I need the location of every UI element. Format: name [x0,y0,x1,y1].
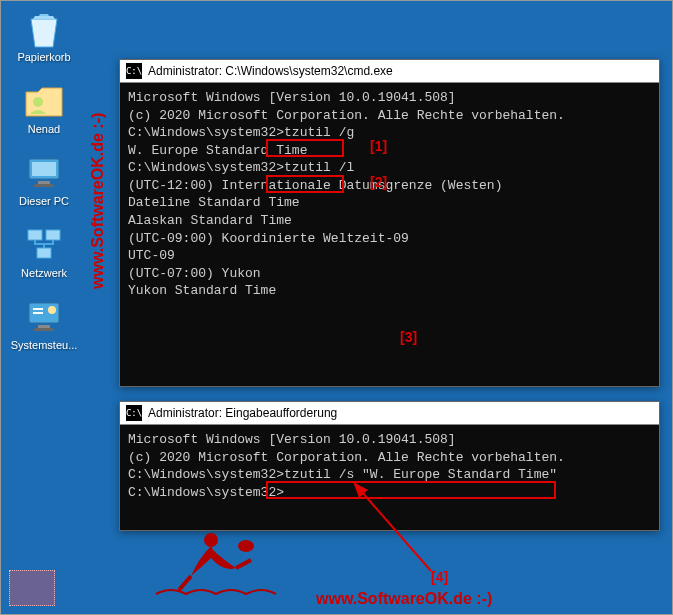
desktop-icon-this-pc[interactable]: Dieser PC [5,153,83,207]
watermark-left: www.SoftwareOK.de :-) [89,113,107,289]
desktop-icon-recycle-bin[interactable]: Papierkorb [5,9,83,63]
prompt-line: C:\Windows\system32> [128,484,651,502]
output-line: Microsoft Windows [Version 10.0.19041.50… [128,89,651,107]
output-line: (UTC-12:00) Internationale Datumsgrenze … [128,177,651,195]
desktop-icon-user-folder[interactable]: Nenad [5,81,83,135]
output-line: (c) 2020 Microsoft Corporation. Alle Rec… [128,449,651,467]
desktop-selection-rect [9,570,55,606]
svg-point-15 [204,533,218,547]
window-title: Administrator: C:\Windows\system32\cmd.e… [148,63,393,79]
output-line: Microsoft Windows [Version 10.0.19041.50… [128,431,651,449]
svg-rect-3 [38,181,50,184]
prompt-line: C:\Windows\system32>tzutil /g [128,124,651,142]
svg-rect-10 [33,308,43,310]
svg-rect-2 [32,162,56,176]
svg-point-9 [48,306,56,314]
output-line: (UTC-07:00) Yukon [128,265,651,283]
output-line: Yukon Standard Time [128,282,651,300]
window-title: Administrator: Eingabeaufforderung [148,405,337,421]
annotation-2: [2] [370,173,387,192]
watermark-bottom: www.SoftwareOK.de :-) [316,590,492,608]
desktop-icons: Papierkorb Nenad Dieser PC Netzwerk Syst… [5,9,83,351]
svg-rect-12 [38,325,50,328]
svg-rect-7 [37,248,51,258]
decorative-figure-icon [151,528,281,602]
svg-rect-5 [28,230,42,240]
terminal-body-1[interactable]: Microsoft Windows [Version 10.0.19041.50… [120,83,659,385]
svg-point-0 [33,97,43,107]
output-line: W. Europe Standard Time [128,142,651,160]
svg-point-16 [238,540,254,552]
desktop-icon-label: Netzwerk [21,267,67,279]
annotation-3: [3] [400,328,417,347]
prompt-line: C:\Windows\system32>tzutil /l [128,159,651,177]
cmd-icon: C:\ [126,63,142,79]
svg-rect-6 [46,230,60,240]
output-line: Alaskan Standard Time [128,212,651,230]
user-folder-icon [24,81,64,121]
network-icon [24,225,64,265]
recycle-bin-icon [24,9,64,49]
terminal-window-2[interactable]: C:\ Administrator: Eingabeaufforderung M… [119,401,660,531]
titlebar-2[interactable]: C:\ Administrator: Eingabeaufforderung [120,402,659,425]
titlebar-1[interactable]: C:\ Administrator: C:\Windows\system32\c… [120,60,659,83]
annotation-1: [1] [370,137,387,156]
desktop-icon-label: Papierkorb [17,51,70,63]
desktop-icon-label: Dieser PC [19,195,69,207]
svg-rect-11 [33,312,43,314]
desktop-icon-label: Systemsteu... [11,339,78,351]
output-line: Dateline Standard Time [128,194,651,212]
annotation-4: [4] [431,569,448,585]
output-line: (c) 2020 Microsoft Corporation. Alle Rec… [128,107,651,125]
this-pc-icon [24,153,64,193]
svg-rect-4 [34,184,54,187]
prompt-line: C:\Windows\system32>tzutil /s "W. Europe… [128,466,651,484]
cmd-icon: C:\ [126,405,142,421]
terminal-window-1[interactable]: C:\ Administrator: C:\Windows\system32\c… [119,59,660,387]
desktop-icon-control-panel[interactable]: Systemsteu... [5,297,83,351]
svg-rect-13 [34,328,54,331]
desktop-icon-label: Nenad [28,123,60,135]
control-panel-icon [24,297,64,337]
desktop-icon-network[interactable]: Netzwerk [5,225,83,279]
output-line: (UTC-09:00) Koordinierte Weltzeit-09 [128,230,651,248]
output-line: UTC-09 [128,247,651,265]
terminal-body-2[interactable]: Microsoft Windows [Version 10.0.19041.50… [120,425,659,529]
